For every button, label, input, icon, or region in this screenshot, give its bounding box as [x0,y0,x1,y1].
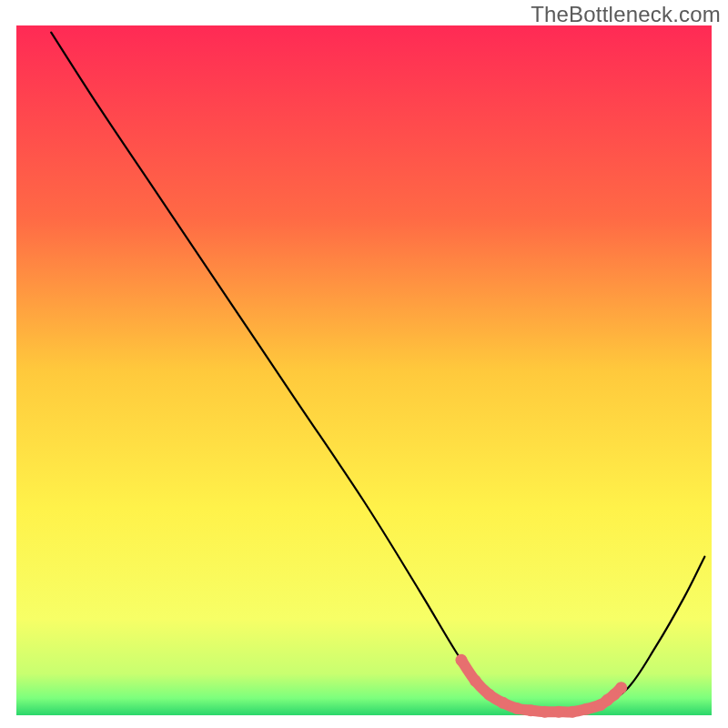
sweet-spot-dot [455,654,467,666]
sweet-spot-dot [552,706,564,718]
sweet-spot-dot [511,703,523,714]
sweet-spot-dot [615,682,627,693]
plot-background [16,25,712,715]
sweet-spot-dot [525,704,537,716]
sweet-spot-dot [470,675,481,687]
sweet-spot-dot [483,689,495,701]
sweet-spot-dot [539,706,551,718]
sweet-spot-dot [567,706,579,718]
chart-container: TheBottleneck.com [0,0,728,728]
sweet-spot-dot [581,703,592,715]
bottleneck-plot [0,0,728,728]
sweet-spot-dot [497,697,509,709]
